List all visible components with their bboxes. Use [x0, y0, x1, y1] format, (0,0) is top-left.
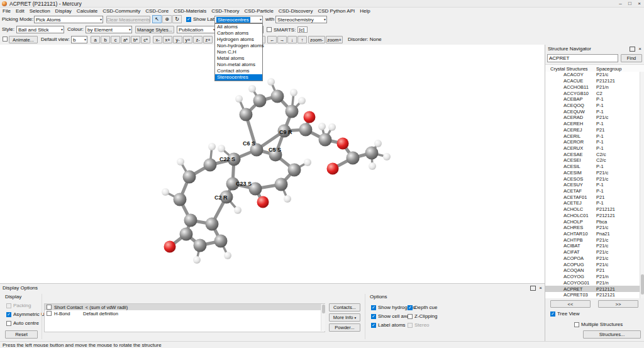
dropdown-item-carbon-atoms[interactable]: Carbon atoms	[215, 30, 262, 36]
option-depth-cue-checkbox[interactable]	[408, 305, 413, 310]
atom-o[interactable]	[164, 241, 176, 253]
structure-row-acholp[interactable]: ACHOLPPbca	[545, 218, 644, 225]
next-structure-button[interactable]: >>	[598, 300, 638, 308]
structure-row-acacoy[interactable]: ACACOYP21/c	[545, 72, 644, 78]
atom-h[interactable]	[318, 123, 326, 130]
atom-h[interactable]	[234, 206, 242, 214]
animate-checkbox[interactable]	[3, 36, 8, 42]
manage-styles-button[interactable]: Manage Styles...	[135, 26, 174, 33]
atom-o[interactable]	[337, 138, 349, 150]
structure-row-acesae[interactable]: ACESAEC2/c	[545, 151, 644, 157]
structure-row-achtar10[interactable]: ACHTAR10Pna21	[545, 231, 644, 237]
atom-c[interactable]	[299, 123, 313, 137]
structure-row-acesuy[interactable]: ACESUYP-1	[545, 182, 644, 188]
atom-o[interactable]	[257, 196, 269, 208]
atom-h[interactable]	[267, 78, 275, 86]
menu-item-display[interactable]: Display	[53, 8, 74, 14]
structure-row-acetaf[interactable]: ACETAFP-1	[545, 188, 644, 194]
structure-row-acacue[interactable]: ACACUEP212121	[545, 78, 644, 84]
dropdown-item-metal-atoms[interactable]: Metal atoms	[215, 55, 262, 62]
translate-buttons-x+[interactable]: x+	[163, 36, 172, 43]
direction-buttons-0[interactable]: ←	[267, 36, 277, 43]
menu-item-file[interactable]: File	[0, 8, 13, 14]
atom-c[interactable]	[180, 228, 193, 241]
menu-item-csd-materials[interactable]: CSD-Materials	[171, 8, 209, 14]
contacts-scrollbar-thumb[interactable]	[322, 305, 325, 313]
option-depth-cue-row[interactable]: Depth cue	[408, 305, 437, 310]
style-combobox[interactable]: Ball and Stick	[16, 26, 64, 33]
atom-h[interactable]	[284, 195, 291, 203]
direction-buttons-3[interactable]: ↑	[297, 36, 307, 43]
display-auto-centre-row[interactable]: Auto centre	[6, 320, 50, 326]
close-display-options-icon[interactable]	[539, 286, 542, 291]
atom-h[interactable]	[298, 97, 306, 104]
structure-row-acoqan[interactable]: ACOQANP21	[545, 267, 644, 274]
display-asymmetric-unit-row[interactable]: Asymmetric Unit	[6, 312, 50, 317]
display-asymmetric-unit-checkbox[interactable]	[6, 312, 11, 317]
default-view-combobox[interactable]: b	[71, 36, 87, 43]
close-panel-icon[interactable]	[638, 47, 641, 52]
axis-buttons-a*[interactable]: a*	[121, 36, 130, 43]
powder-button[interactable]: Powder...	[329, 323, 360, 332]
structure-row-acesim[interactable]: ACESIMP21/c	[545, 170, 644, 176]
scrollbar-thumb[interactable]	[641, 274, 644, 295]
h-bond-checkbox[interactable]	[47, 311, 52, 316]
dropdown-item-hydrogen-atoms[interactable]: Hydrogen atoms	[215, 36, 262, 43]
structure-row-acetej[interactable]: ACETEJP-1	[545, 200, 644, 206]
atom-h[interactable]	[328, 123, 336, 131]
contact-row-h-bond[interactable]: H-BondDefault definition	[45, 310, 325, 317]
atom-c[interactable]	[174, 193, 187, 206]
dropdown-item-non-metal-atoms[interactable]: Non-metal atoms	[215, 62, 262, 68]
dropdown-item-contact-atoms[interactable]: Contact atoms	[215, 68, 262, 74]
structure-row-acopug[interactable]: ACOPUGP21/c	[545, 261, 644, 267]
dropdown-item-non-c-h[interactable]: Non C,H	[215, 49, 262, 55]
atom-c[interactable]	[286, 105, 299, 118]
picking-mode-combobox[interactable]: Pick Atoms	[34, 16, 103, 23]
menu-item-csd-discovery[interactable]: CSD-Discovery	[276, 8, 316, 14]
publication-combobox[interactable]: Publication	[177, 26, 216, 33]
atom-c[interactable]	[184, 214, 197, 227]
structure-row-acchob11[interactable]: ACCHOB11P21/n	[545, 84, 644, 90]
animate-button[interactable]: Animate...	[9, 36, 38, 43]
axis-buttons-a[interactable]: a	[91, 36, 100, 43]
maximize-button[interactable]: □	[625, 0, 635, 8]
menu-item-selection[interactable]: Selection	[27, 8, 53, 14]
atom-c[interactable]	[240, 108, 253, 121]
prev-structure-button[interactable]: <<	[550, 300, 591, 308]
atom-h[interactable]	[218, 145, 225, 152]
structure-row-acoyog01[interactable]: ACOYOG01P21/n	[545, 279, 644, 286]
select-tool-icon[interactable]: ↖	[152, 15, 162, 23]
structure-row-aceqoq[interactable]: ACEQOQP-1	[545, 103, 644, 109]
atom-h[interactable]	[193, 256, 201, 264]
menu-item-calculate[interactable]: Calculate	[74, 8, 100, 14]
direction-buttons-1[interactable]: →	[277, 36, 287, 43]
structure-row-acesil[interactable]: ACESILP-1	[545, 164, 644, 170]
structure-row-acpret03[interactable]: ACPRET03P212121	[545, 292, 644, 298]
reset-button[interactable]: Reset	[5, 330, 38, 339]
atom-h[interactable]	[369, 162, 376, 170]
atom-h[interactable]	[383, 153, 391, 160]
menu-item-help[interactable]: Help	[357, 8, 372, 14]
atom-c[interactable]	[194, 239, 207, 252]
zoom-buttons-zoom[interactable]: zoom-	[308, 36, 325, 43]
dropdown-item-all-atoms[interactable]: All atoms	[215, 24, 262, 30]
option-show-cell-axes-checkbox[interactable]	[371, 314, 376, 319]
atom-h[interactable]	[248, 85, 256, 93]
tree-view-checkbox[interactable]	[550, 312, 555, 317]
smarts-row[interactable]: SMARTS:	[267, 26, 308, 33]
option-label-atoms-checkbox[interactable]	[371, 323, 376, 328]
translate-buttons-z[interactable]: z-	[193, 36, 203, 43]
structure-search-input[interactable]	[547, 54, 618, 62]
atom-c[interactable]	[253, 94, 267, 108]
structure-row-acopoa[interactable]: ACOPOAP21/c	[545, 255, 644, 262]
structure-row-acerux[interactable]: ACERUXP-1	[545, 145, 644, 152]
menu-item-csd-python-api[interactable]: CSD Python API	[316, 8, 358, 14]
menu-item-csd-community[interactable]: CSD-Community	[100, 8, 143, 14]
find-button[interactable]: Find	[621, 54, 642, 62]
structures-button[interactable]: Structures...	[583, 330, 641, 339]
atom-h[interactable]	[208, 143, 216, 150]
atom-h[interactable]	[224, 252, 231, 259]
option-z-clipping-row[interactable]: Z-Clipping	[408, 313, 437, 319]
structure-row-acesos[interactable]: ACESOSP21/c	[545, 176, 644, 182]
axis-buttons-c[interactable]: c	[111, 36, 120, 43]
